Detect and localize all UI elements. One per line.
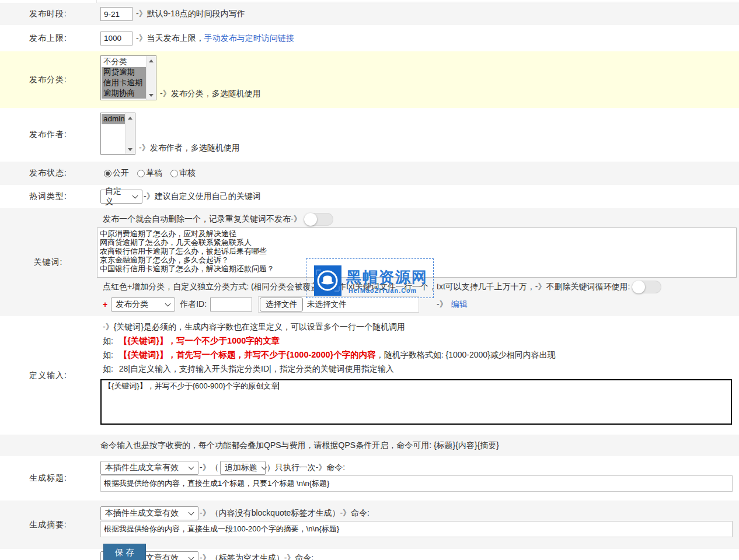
arrow-text: -》 (437, 299, 448, 310)
publish-time-desc: -》默认9-18点的时间段内写作 (136, 9, 245, 19)
chevron-down-icon (261, 464, 267, 470)
add-category-button[interactable]: + (103, 300, 107, 309)
empty-label (0, 435, 96, 456)
row-generate-title: 生成标题: 本插件生成文章有效 -》（ 追加标题 ）只执行一次-》命令: (0, 456, 739, 501)
watermark-domain: HeiMaoZiYuan.Com (348, 287, 417, 294)
save-button[interactable]: 保 存 (103, 544, 146, 560)
author-multiselect[interactable]: admin (100, 113, 135, 155)
title-mode-select[interactable]: 本插件生成文章有效 (100, 461, 198, 475)
tags-after-text: -》（标签为空才生成）-》命令: (200, 553, 313, 560)
radio-icon (137, 170, 145, 177)
chevron-down-icon (189, 510, 194, 516)
toggle-knob (304, 213, 317, 226)
publish-time-input[interactable] (100, 7, 133, 21)
hotword-type-select[interactable]: 自定义 (100, 190, 142, 204)
category-select[interactable]: 发布分类 (111, 298, 175, 312)
generate-summary-label: 生成摘要: (0, 501, 96, 549)
listbox-option[interactable]: 信用卡逾期 (102, 78, 146, 88)
author-id-label: 作者ID: (180, 299, 207, 310)
publish-author-label: 发布作者: (0, 108, 96, 162)
title-append-select[interactable]: 追加标题 (220, 461, 266, 475)
choose-file-button[interactable]: 选择文件 (260, 298, 303, 312)
watermark: 黑帽资源网 HeiMaoZiYuan.Com (306, 258, 434, 298)
select-value: 本插件生成文章有效 (105, 463, 179, 473)
chevron-down-icon (189, 555, 194, 560)
example-prefix: 如: (103, 350, 113, 359)
listbox-option[interactable]: 逾期协商 (102, 88, 146, 99)
radio-icon (104, 170, 111, 177)
radio-icon (170, 170, 178, 177)
radio-public[interactable]: 公开 (104, 168, 129, 178)
keywords-label: 关键词: (0, 208, 96, 316)
publish-category-label: 发布分类: (0, 51, 96, 108)
file-input[interactable]: 选择文件 未选择文件 (258, 296, 419, 313)
empty-label (0, 549, 96, 560)
listbox-option[interactable]: admin (102, 114, 125, 124)
example-prefix: 如: (103, 336, 113, 345)
publish-plugin-settings-page: 发布时段: -》默认9-18点的时间段内写作 发布上限: -》当天发布上限， 手… (0, 0, 739, 560)
chevron-down-icon (133, 193, 138, 199)
scroll-down-icon[interactable] (147, 90, 156, 100)
define-input-value: 【{关键词}】，并写不少于{600-900}个字的原创文章 (104, 382, 278, 390)
row-generate-summary: 生成摘要: 本插件生成文章有效 -》（内容没有blockquote标签才生成）-… (0, 501, 739, 549)
chevron-down-icon (189, 464, 194, 470)
file-status-text: 未选择文件 (307, 299, 347, 310)
radio-label: 审核 (179, 168, 196, 178)
author-id-input[interactable] (210, 298, 252, 312)
hotword-type-desc: -》建议自定义使用自己的关键词 (144, 191, 261, 202)
scroll-down-icon[interactable] (126, 145, 135, 154)
scroll-up-icon[interactable] (147, 56, 156, 65)
radio-draft[interactable]: 草稿 (137, 168, 162, 178)
row-publish-category: 发布分类: 不分类 网贷逾期 信用卡逾期 逾期协商 -》发布分类，多选随机使用 (0, 51, 739, 108)
title-command-input[interactable] (100, 475, 733, 492)
summary-after-text: -》（内容没有blockquote标签才生成）-》命令: (200, 508, 370, 519)
example-rest-text: ，随机字数格式如: {1000-2000}减少相同内容出现 (376, 350, 556, 359)
select-value: 追加标题 (225, 463, 257, 473)
row-hotword-type: 热词类型: 自定义 -》建议自定义使用自己的关键词 (0, 185, 739, 208)
top-border-line (97, 2, 739, 2)
publish-author-desc: -》发布作者，多选随机使用 (139, 143, 240, 153)
publish-status-label: 发布状态: (0, 162, 96, 185)
publish-limit-label: 发布上限: (0, 25, 96, 51)
publish-category-desc: -》发布分类，多选随机使用 (160, 89, 261, 99)
chevron-down-icon (165, 301, 171, 307)
auto-delete-toggle[interactable] (304, 213, 333, 226)
select-value: 本插件生成文章有效 (105, 508, 179, 519)
radio-review[interactable]: 审核 (170, 168, 196, 178)
edit-link[interactable]: 编辑 (451, 299, 468, 310)
example-text: 28|自定义输入，支持输入开头指定分类ID|，指定分类的关键词使用指定输入 (119, 364, 394, 373)
row-publish-time: 发布时段: -》默认9-18点的时间段内写作 (0, 3, 739, 25)
black-hat-logo-icon (314, 265, 341, 296)
example-red-text: 【{关键词}】，首先写一个标题，并写不少于{1000-2000}个字的内容 (119, 350, 376, 359)
select-value: 自定义 (105, 186, 128, 207)
hotword-type-label: 热词类型: (0, 185, 96, 208)
keyword-loop-toggle[interactable] (632, 281, 661, 293)
radio-label: 草稿 (146, 168, 162, 178)
summary-mode-select[interactable]: 本插件生成文章有效 (100, 506, 198, 520)
row-define-input: 定义输入: -》{关键词}是必须的，生成内容字数也在这里定义，可以设置多个一行一… (0, 316, 739, 435)
define-input-textarea[interactable]: 【{关键词}】，并写不少于{600-900}个字的原创文章 (100, 379, 732, 425)
listbox-scrollbar[interactable] (146, 56, 156, 100)
manual-publish-link[interactable]: 手动发布与定时访问链接 (204, 33, 294, 44)
listbox-option[interactable]: 网贷逾期 (102, 67, 146, 78)
auto-delete-text: 发布一个就会自动删除一个，记录重复关键词不发布-》 (103, 214, 302, 225)
row-publish-limit: 发布上限: -》当天发布上限， 手动发布与定时访问链接 (0, 25, 739, 51)
define-input-line1: -》{关键词}是必须的，生成内容字数也在这里定义，可以设置多个一行一个随机调用 (100, 321, 736, 332)
summary-command-input[interactable] (100, 521, 733, 537)
row-command-note: 命令输入也是按字收费的，每个功能都会叠加QPS与费用，请根据QPS条件开启，命令… (0, 435, 739, 456)
row-publish-status: 发布状态: 公开 草稿 审核 (0, 162, 739, 185)
listbox-scrollbar[interactable] (125, 113, 135, 154)
example-prefix: 如: (103, 364, 113, 373)
publish-time-label: 发布时段: (0, 3, 96, 25)
watermark-title: 黑帽资源网 (346, 267, 433, 288)
toggle-knob (632, 281, 645, 293)
category-multiselect[interactable]: 不分类 网贷逾期 信用卡逾期 逾期协商 (100, 55, 156, 100)
listbox-option[interactable]: 不分类 (102, 57, 146, 67)
define-input-label: 定义输入: (0, 316, 96, 435)
command-note-text: 命令输入也是按字收费的，每个功能都会叠加QPS与费用，请根据QPS条件开启，命令… (100, 440, 499, 451)
publish-limit-input[interactable] (100, 32, 133, 46)
arrow-paren-text: -》（ (200, 463, 219, 473)
title-after-text: ）只执行一次-》命令: (267, 463, 346, 473)
scroll-up-icon[interactable] (126, 113, 135, 123)
radio-label: 公开 (113, 168, 129, 178)
